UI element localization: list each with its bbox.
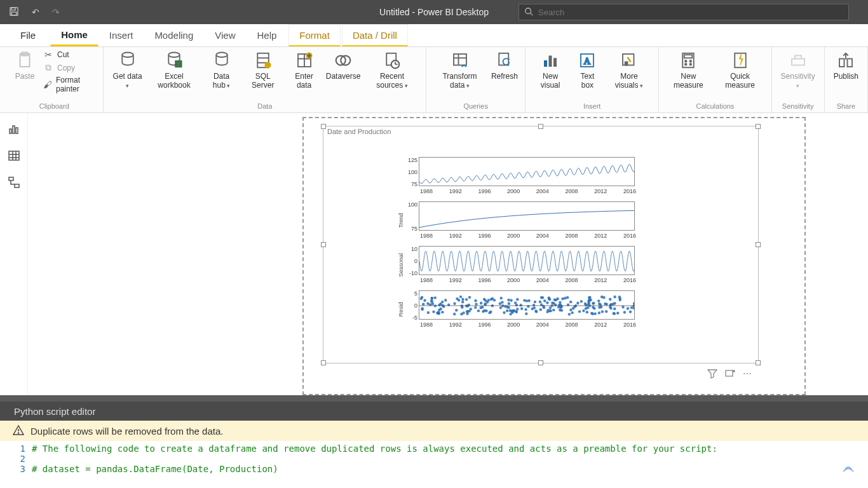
svg-point-190 xyxy=(576,302,579,304)
ribbon-tabs: File Home Insert Modeling View Help Form… xyxy=(0,24,868,47)
redo-icon[interactable]: ↷ xyxy=(50,7,62,17)
quick-measure-button[interactable]: Quick measure xyxy=(714,47,766,90)
svg-rect-52 xyxy=(9,151,19,160)
resize-handle[interactable] xyxy=(538,360,543,365)
more-visuals-button[interactable]: More visuals xyxy=(605,47,654,90)
text-box-button[interactable]: AText box xyxy=(571,47,604,90)
svg-point-139 xyxy=(506,309,508,312)
data-view-button[interactable] xyxy=(7,149,21,163)
new-measure-button[interactable]: New measure xyxy=(664,47,712,90)
recent-sources-button[interactable]: Recent sources xyxy=(363,47,421,90)
publish-button[interactable]: Publish xyxy=(830,47,862,81)
tab-home[interactable]: Home xyxy=(50,24,98,46)
svg-point-266 xyxy=(491,297,494,300)
svg-point-252 xyxy=(482,310,484,313)
excel-button[interactable]: XExcel workbook xyxy=(147,47,201,90)
splitter[interactable] xyxy=(0,395,868,402)
tab-datadrill[interactable]: Data / Drill xyxy=(342,24,408,46)
svg-point-186 xyxy=(470,308,472,310)
database-icon xyxy=(118,50,137,71)
svg-point-195 xyxy=(455,309,458,311)
svg-point-221 xyxy=(534,309,537,312)
get-data-button[interactable]: Get data xyxy=(109,47,146,90)
new-visual-button[interactable]: New visual xyxy=(531,47,570,90)
svg-point-163 xyxy=(484,302,486,305)
resize-handle[interactable] xyxy=(756,242,761,247)
report-view-button[interactable] xyxy=(7,122,21,136)
svg-point-158 xyxy=(568,313,571,315)
svg-point-187 xyxy=(554,304,557,306)
tab-modeling[interactable]: Modeling xyxy=(144,24,204,46)
tab-view[interactable]: View xyxy=(204,24,246,46)
svg-point-172 xyxy=(523,299,526,301)
python-visual[interactable]: Date and Production 12510075198819921996… xyxy=(323,126,759,363)
svg-point-120 xyxy=(525,313,527,315)
resize-handle[interactable] xyxy=(321,242,326,247)
more-options-icon[interactable]: ⋯ xyxy=(743,369,752,381)
resize-handle[interactable] xyxy=(756,124,761,129)
cut-button[interactable]: ✂Cut xyxy=(43,50,95,60)
data-hub-icon xyxy=(212,50,231,71)
refresh-button[interactable]: Refresh xyxy=(489,47,520,81)
text-icon: A xyxy=(578,50,597,71)
report-canvas[interactable]: Date and Production 12510075198819921996… xyxy=(28,113,868,395)
svg-point-97 xyxy=(586,311,588,313)
svg-rect-47 xyxy=(839,59,844,67)
resize-handle[interactable] xyxy=(756,360,761,365)
resize-handle[interactable] xyxy=(321,124,326,129)
sensitivity-button[interactable]: Sensitivity xyxy=(777,47,819,90)
svg-point-68 xyxy=(508,302,510,305)
focus-mode-icon[interactable] xyxy=(725,369,735,381)
paste-button[interactable]: Paste xyxy=(10,47,39,81)
save-icon[interactable] xyxy=(6,6,22,18)
tab-help[interactable]: Help xyxy=(247,24,288,46)
svg-point-232 xyxy=(516,308,519,310)
code-editor[interactable]: 1# The following code to create a datafr… xyxy=(0,441,868,477)
format-painter-button[interactable]: 🖌Format painter xyxy=(43,76,95,93)
filter-icon[interactable] xyxy=(707,369,717,381)
svg-point-244 xyxy=(515,311,518,313)
search-box[interactable] xyxy=(519,4,849,20)
svg-point-201 xyxy=(520,304,522,306)
svg-point-213 xyxy=(475,303,477,306)
copy-button[interactable]: ⧉Copy xyxy=(43,62,95,73)
svg-point-217 xyxy=(555,299,557,301)
svg-point-171 xyxy=(474,299,477,302)
resize-handle[interactable] xyxy=(538,124,543,129)
resize-handle[interactable] xyxy=(321,360,326,365)
svg-point-254 xyxy=(613,312,615,315)
svg-point-173 xyxy=(438,309,440,311)
model-view-button[interactable] xyxy=(7,175,21,189)
tab-format[interactable]: Format xyxy=(288,24,341,46)
svg-rect-50 xyxy=(13,126,15,133)
svg-rect-1 xyxy=(11,8,15,10)
svg-point-240 xyxy=(480,302,482,304)
tab-insert[interactable]: Insert xyxy=(98,24,144,46)
group-share-label: Share xyxy=(830,102,862,112)
search-input[interactable] xyxy=(538,8,843,17)
tab-file[interactable]: File xyxy=(10,24,50,46)
subscribe-badge xyxy=(841,463,855,475)
svg-point-63 xyxy=(453,313,456,315)
svg-rect-49 xyxy=(10,129,11,133)
svg-point-242 xyxy=(460,313,463,315)
view-rail xyxy=(0,113,28,395)
svg-point-224 xyxy=(571,311,573,314)
transform-data-button[interactable]: Transform data xyxy=(431,47,488,90)
svg-rect-48 xyxy=(848,59,853,67)
group-calc-label: Calculations xyxy=(664,102,766,112)
dataverse-button[interactable]: Dataverse xyxy=(324,47,362,81)
svg-point-227 xyxy=(444,299,447,301)
undo-icon[interactable]: ↶ xyxy=(29,7,42,17)
svg-point-76 xyxy=(459,295,462,298)
svg-point-15 xyxy=(264,62,271,69)
svg-point-264 xyxy=(600,306,602,308)
svg-point-231 xyxy=(623,311,626,313)
svg-rect-34 xyxy=(553,58,557,67)
svg-point-211 xyxy=(421,308,423,311)
report-page[interactable]: Date and Production 12510075198819921996… xyxy=(302,117,806,395)
sql-server-button[interactable]: SQL Server xyxy=(242,47,284,90)
data-hub-button[interactable]: Data hub xyxy=(202,47,241,90)
enter-data-button[interactable]: +Enter data xyxy=(285,47,323,90)
svg-point-218 xyxy=(549,306,552,309)
